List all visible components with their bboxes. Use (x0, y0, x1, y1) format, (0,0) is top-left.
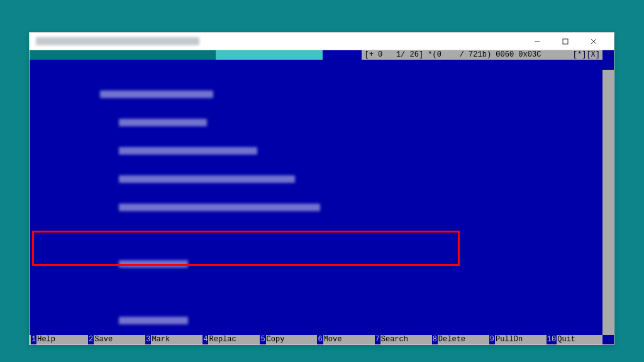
maximize-icon (562, 38, 569, 45)
fn-search[interactable]: 7Search (374, 335, 431, 344)
statusbar-redacted-light (216, 50, 323, 60)
fn-pulldown[interactable]: 9PullDn (488, 335, 545, 344)
function-key-bar: 1Help 2Save 3Mark 4Replac 5Copy 6Move 7S… (30, 335, 602, 344)
titlebar[interactable] (30, 33, 614, 50)
scrollbar-track[interactable] (602, 60, 614, 335)
maximize-button[interactable] (551, 33, 579, 50)
svg-rect-1 (563, 39, 568, 44)
vertical-scrollbar[interactable] (602, 60, 614, 335)
statusbar-code: 0060 0x03C (496, 50, 541, 60)
statusbar-flags: [*][X] (573, 50, 600, 60)
fn-replace[interactable]: 4Replac (201, 335, 258, 344)
desktop-background: [+ 0 1/ 26] *(0 / 721b) 0060 0x03C [*][X… (0, 0, 644, 362)
titlebar-controls (523, 33, 608, 50)
minimize-icon (534, 38, 540, 45)
fn-help[interactable]: 1Help (30, 335, 87, 344)
minimize-button[interactable] (523, 33, 551, 50)
statusbar-redacted-dark (30, 50, 216, 60)
fn-delete[interactable]: 8Delete (431, 335, 488, 344)
terminal-window: [+ 0 1/ 26] *(0 / 721b) 0060 0x03C [*][X… (29, 32, 614, 345)
statusbar-bytes: *(0 / 721b) (428, 50, 491, 60)
close-button[interactable] (579, 33, 608, 50)
titlebar-title (36, 37, 523, 45)
editor[interactable]: [+ 0 1/ 26] *(0 / 721b) 0060 0x03C [*][X… (30, 50, 614, 344)
editor-content[interactable]: <------><------> SSLCertificateFile /etc… (30, 60, 602, 335)
fn-move[interactable]: 6Move (316, 335, 373, 344)
statusbar-position: [+ 0 1/ 26] (364, 50, 423, 60)
close-icon (591, 38, 597, 45)
statusbar-info: [+ 0 1/ 26] *(0 / 721b) 0060 0x03C [*][X… (362, 50, 602, 60)
fn-mark[interactable]: 3Mark (144, 335, 201, 344)
scrollbar-indicator[interactable] (602, 60, 614, 70)
editor-statusbar: [+ 0 1/ 26] *(0 / 721b) 0060 0x03C [*][X… (30, 50, 602, 60)
fn-save[interactable]: 2Save (87, 335, 144, 344)
titlebar-title-redacted (36, 37, 199, 45)
fn-quit[interactable]: 10Quit (545, 335, 602, 344)
fn-copy[interactable]: 5Copy (258, 335, 316, 344)
